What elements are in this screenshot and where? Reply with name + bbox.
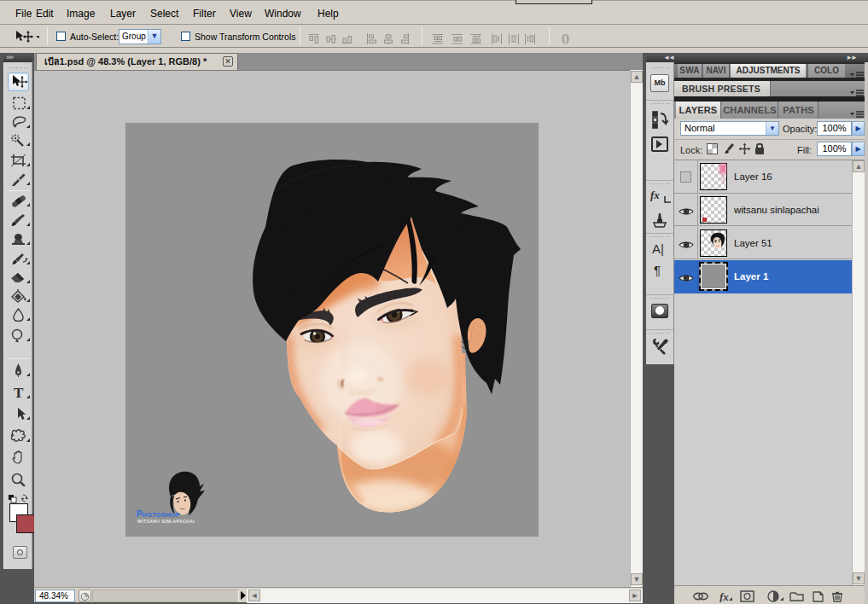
svg-text:WITSANU SINLAPACHAI: WITSANU SINLAPACHAI <box>137 519 195 524</box>
svg-text:fx: fx <box>719 590 729 602</box>
svg-text:HOTOSHOP: HOTOSHOP <box>143 511 181 519</box>
svg-text:T: T <box>14 386 24 399</box>
